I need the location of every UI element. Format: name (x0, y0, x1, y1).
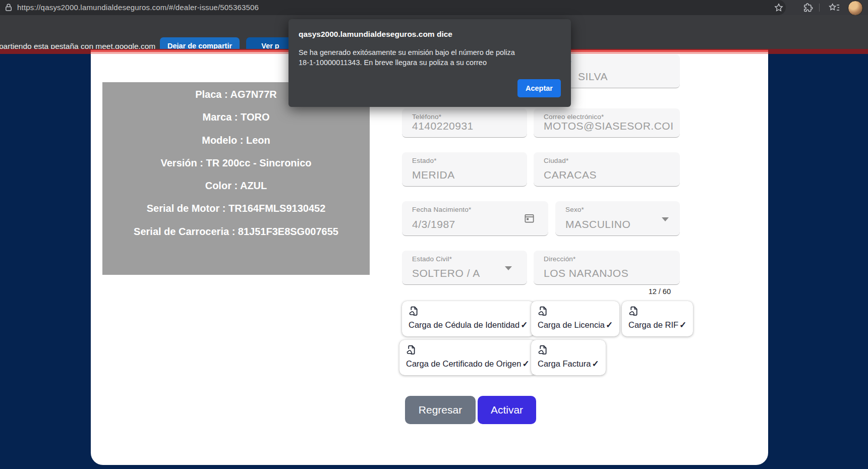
ciudad-value: CARACAS (544, 169, 597, 181)
side-panel-star-icon[interactable] (828, 3, 838, 13)
bookmark-star-icon[interactable] (774, 3, 784, 13)
regresar-button[interactable]: Regresar (405, 396, 476, 424)
site-lock-icon[interactable] (4, 3, 13, 12)
telefono-field[interactable]: Teléfono* 4140220931 (402, 108, 527, 138)
vehicle-serial-carroceria: Serial de Carroceria : 81J51F3E8SG007655 (102, 220, 370, 243)
upload-factura-label: Carga Factura (538, 359, 591, 368)
telefono-value: 4140220931 (412, 120, 474, 132)
direccion-char-counter: 12 / 60 (629, 287, 671, 296)
toolbar-divider (819, 4, 820, 12)
upload-file-icon (406, 344, 530, 357)
direccion-label: Dirección* (544, 255, 576, 263)
vehicle-color: Color : AZUL (102, 174, 370, 197)
estado-label: Estado* (412, 157, 437, 164)
direccion-field[interactable]: Dirección* LOS NARANJOS (534, 251, 680, 285)
telefono-label: Teléfono* (412, 113, 441, 121)
upload-licencia-label: Carga de Licencia (538, 320, 605, 329)
alert-dialog-title: qasys2000.lamundialdeseguros.com dice (299, 30, 452, 39)
browser-top-bar: https://qasys2000.lamundialdeseguros.com… (0, 0, 868, 15)
fecha-nacimiento-value: 4/3/1987 (412, 218, 455, 230)
fecha-nacimiento-label: Fecha Nacimiento* (412, 206, 471, 213)
check-icon: ✓ (522, 359, 529, 369)
upload-file-icon (628, 306, 686, 318)
upload-certificado-label: Carga de Certificado de Origen (406, 359, 521, 368)
correo-value: MOTOS@SIASESOR.COI (544, 120, 673, 132)
correo-field[interactable]: Correo electrónico* MOTOS@SIASESOR.COI (534, 108, 680, 138)
vehicle-info-panel: Placa : AG7N77R Marca : TORO Modelo : Le… (102, 82, 370, 275)
upload-certificado-button[interactable]: Carga de Certificado de Origen✓ (399, 340, 536, 375)
upload-cedula-button[interactable]: Carga de Cédula de Identidad✓ (402, 301, 534, 336)
estado-civil-field[interactable]: Estado Civil* SOLTERO / A (402, 251, 527, 285)
fecha-nacimiento-field[interactable]: Fecha Nacimiento* 4/3/1987 (402, 201, 548, 236)
aceptar-button[interactable]: Aceptar (517, 79, 561, 97)
direccion-value: LOS NARANJOS (544, 267, 628, 279)
ciudad-label: Ciudad* (544, 157, 568, 164)
check-icon: ✓ (592, 359, 599, 369)
apellido-value: SILVA (578, 71, 608, 83)
activar-button[interactable]: Activar (478, 396, 536, 424)
ciudad-field[interactable]: Ciudad* CARACAS (534, 152, 680, 187)
estado-value: MERIDA (412, 169, 455, 181)
upload-file-icon (538, 344, 599, 357)
estado-civil-label: Estado Civil* (412, 255, 452, 263)
alert-dialog: qasys2000.lamundialdeseguros.com dice Se… (288, 19, 571, 107)
alert-dialog-message: Se ha generado exitósamente su emisión b… (299, 47, 515, 68)
upload-cedula-label: Carga de Cédula de Identidad (409, 320, 519, 329)
vehicle-marca: Marca : TORO (102, 106, 370, 129)
check-icon: ✓ (606, 320, 613, 330)
check-icon: ✓ (520, 320, 528, 330)
vehicle-modelo: Modelo : Leon (102, 129, 370, 152)
alert-message-line1: Se ha generado exitósamente su emisión b… (299, 47, 515, 57)
upload-licencia-button[interactable]: Carga de Licencia✓ (531, 301, 619, 336)
upload-rif-button[interactable]: Carga de RIF✓ (622, 301, 693, 336)
calendar-icon[interactable] (524, 212, 535, 226)
upload-factura-button[interactable]: Carga Factura✓ (531, 340, 606, 375)
extensions-puzzle-icon[interactable] (803, 3, 813, 13)
estado-civil-value: SOLTERO / A (412, 267, 480, 279)
profile-avatar[interactable] (848, 1, 863, 16)
check-icon: ✓ (679, 320, 686, 330)
sexo-value: MASCULINO (565, 218, 630, 230)
sexo-label: Sexo* (565, 206, 584, 213)
sexo-field[interactable]: Sexo* MASCULINO (555, 201, 680, 236)
url-text[interactable]: https://qasys2000.lamundialdeseguros.com… (17, 3, 259, 12)
estado-field[interactable]: Estado* MERIDA (402, 152, 527, 187)
correo-label: Correo electrónico* (544, 113, 604, 121)
upload-file-icon (538, 306, 613, 318)
vehicle-version: Versión : TR 200cc - Sincronico (102, 152, 370, 174)
estado-civil-dropdown-arrow-icon[interactable] (505, 266, 512, 270)
sexo-dropdown-arrow-icon[interactable] (662, 217, 669, 221)
upload-file-icon (409, 306, 528, 318)
alert-message-line2: 18-1-10000011343. En breve llegara su po… (299, 57, 515, 68)
upload-rif-label: Carga de RIF (628, 320, 678, 329)
vehicle-serial-motor: Serial de Motor : TR164FMLS9130452 (102, 197, 370, 220)
